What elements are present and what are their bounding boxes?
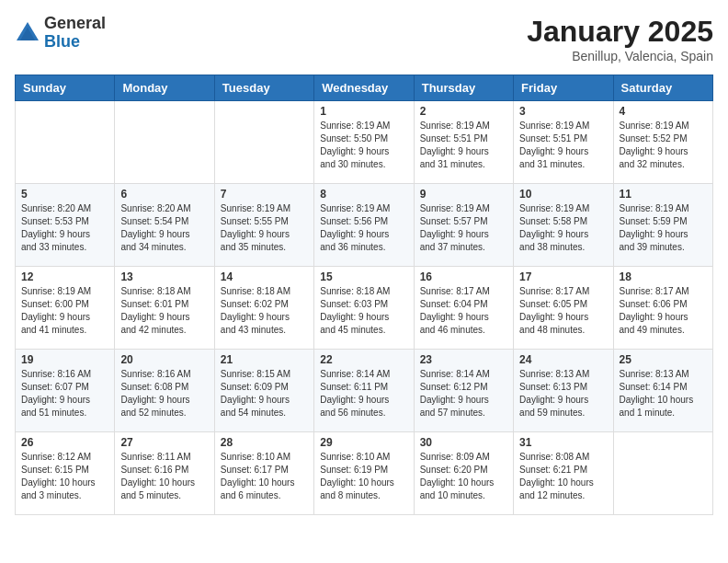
day-number: 18 bbox=[620, 270, 707, 283]
day-info: Sunrise: 8:16 AM Sunset: 6:07 PM Dayligh… bbox=[21, 368, 108, 419]
calendar-cell: 25Sunrise: 8:13 AM Sunset: 6:14 PM Dayli… bbox=[613, 350, 712, 432]
calendar-cell: 31Sunrise: 8:08 AM Sunset: 6:21 PM Dayli… bbox=[514, 432, 613, 515]
day-info: Sunrise: 8:20 AM Sunset: 5:53 PM Dayligh… bbox=[21, 202, 108, 254]
calendar-cell bbox=[115, 101, 214, 184]
day-info: Sunrise: 8:17 AM Sunset: 6:04 PM Dayligh… bbox=[420, 285, 507, 337]
calendar-cell: 18Sunrise: 8:17 AM Sunset: 6:06 PM Dayli… bbox=[613, 267, 712, 350]
calendar-cell: 29Sunrise: 8:10 AM Sunset: 6:19 PM Dayli… bbox=[314, 432, 414, 515]
calendar-cell: 30Sunrise: 8:09 AM Sunset: 6:20 PM Dayli… bbox=[414, 432, 513, 515]
calendar-week-row: 5Sunrise: 8:20 AM Sunset: 5:53 PM Daylig… bbox=[16, 184, 713, 267]
calendar-cell: 7Sunrise: 8:19 AM Sunset: 5:55 PM Daylig… bbox=[214, 184, 313, 267]
day-info: Sunrise: 8:19 AM Sunset: 5:52 PM Dayligh… bbox=[620, 120, 707, 171]
day-info: Sunrise: 8:19 AM Sunset: 5:55 PM Dayligh… bbox=[221, 202, 308, 254]
logo-general: General bbox=[44, 15, 106, 33]
day-info: Sunrise: 8:19 AM Sunset: 5:58 PM Dayligh… bbox=[519, 202, 607, 254]
calendar-cell: 21Sunrise: 8:15 AM Sunset: 6:09 PM Dayli… bbox=[214, 350, 313, 432]
calendar-cell: 24Sunrise: 8:13 AM Sunset: 6:13 PM Dayli… bbox=[514, 350, 613, 432]
day-number: 21 bbox=[221, 353, 308, 366]
weekday-header: Sunday bbox=[16, 75, 115, 101]
calendar-cell bbox=[214, 101, 313, 184]
day-info: Sunrise: 8:19 AM Sunset: 6:00 PM Dayligh… bbox=[21, 285, 108, 337]
day-info: Sunrise: 8:18 AM Sunset: 6:01 PM Dayligh… bbox=[120, 285, 208, 337]
day-info: Sunrise: 8:20 AM Sunset: 5:54 PM Dayligh… bbox=[120, 202, 208, 254]
day-number: 16 bbox=[420, 270, 507, 283]
day-number: 24 bbox=[519, 353, 607, 366]
day-number: 19 bbox=[21, 353, 108, 366]
calendar-cell: 27Sunrise: 8:11 AM Sunset: 6:16 PM Dayli… bbox=[115, 432, 214, 515]
day-number: 31 bbox=[519, 436, 607, 449]
day-number: 1 bbox=[320, 105, 407, 118]
day-number: 20 bbox=[120, 353, 208, 366]
calendar-cell: 16Sunrise: 8:17 AM Sunset: 6:04 PM Dayli… bbox=[414, 267, 513, 350]
day-info: Sunrise: 8:14 AM Sunset: 6:12 PM Dayligh… bbox=[420, 368, 507, 419]
day-info: Sunrise: 8:16 AM Sunset: 6:08 PM Dayligh… bbox=[120, 368, 208, 419]
day-number: 5 bbox=[21, 188, 108, 201]
calendar-cell: 14Sunrise: 8:18 AM Sunset: 6:02 PM Dayli… bbox=[214, 267, 313, 350]
calendar-cell: 13Sunrise: 8:18 AM Sunset: 6:01 PM Dayli… bbox=[115, 267, 214, 350]
calendar-table: SundayMondayTuesdayWednesdayThursdayFrid… bbox=[15, 75, 713, 515]
day-number: 15 bbox=[320, 270, 407, 283]
page-header: General Blue January 2025 Benillup, Vale… bbox=[15, 15, 713, 63]
weekday-header: Tuesday bbox=[214, 75, 313, 101]
day-info: Sunrise: 8:09 AM Sunset: 6:20 PM Dayligh… bbox=[420, 451, 507, 502]
day-info: Sunrise: 8:19 AM Sunset: 5:56 PM Dayligh… bbox=[320, 202, 407, 254]
day-number: 23 bbox=[420, 353, 507, 366]
day-info: Sunrise: 8:12 AM Sunset: 6:15 PM Dayligh… bbox=[21, 451, 108, 502]
day-number: 22 bbox=[320, 353, 407, 366]
calendar-cell bbox=[16, 101, 115, 184]
day-number: 6 bbox=[120, 188, 208, 201]
calendar-cell bbox=[613, 432, 712, 515]
calendar-cell: 10Sunrise: 8:19 AM Sunset: 5:58 PM Dayli… bbox=[514, 184, 613, 267]
calendar-cell: 22Sunrise: 8:14 AM Sunset: 6:11 PM Dayli… bbox=[314, 350, 414, 432]
day-info: Sunrise: 8:18 AM Sunset: 6:03 PM Dayligh… bbox=[320, 285, 407, 337]
weekday-header: Wednesday bbox=[314, 75, 414, 101]
day-number: 7 bbox=[221, 188, 308, 201]
day-info: Sunrise: 8:17 AM Sunset: 6:06 PM Dayligh… bbox=[620, 285, 707, 337]
day-number: 26 bbox=[21, 436, 108, 449]
day-info: Sunrise: 8:19 AM Sunset: 5:57 PM Dayligh… bbox=[420, 202, 507, 254]
calendar-cell: 26Sunrise: 8:12 AM Sunset: 6:15 PM Dayli… bbox=[16, 432, 115, 515]
location: Benillup, Valencia, Spain bbox=[527, 49, 713, 63]
day-info: Sunrise: 8:11 AM Sunset: 6:16 PM Dayligh… bbox=[120, 451, 208, 502]
day-info: Sunrise: 8:15 AM Sunset: 6:09 PM Dayligh… bbox=[221, 368, 308, 419]
day-number: 9 bbox=[420, 188, 507, 201]
logo-text: General Blue bbox=[44, 15, 106, 52]
day-number: 14 bbox=[221, 270, 308, 283]
calendar-cell: 23Sunrise: 8:14 AM Sunset: 6:12 PM Dayli… bbox=[414, 350, 513, 432]
day-number: 10 bbox=[519, 188, 607, 201]
calendar-cell: 28Sunrise: 8:10 AM Sunset: 6:17 PM Dayli… bbox=[214, 432, 313, 515]
calendar-cell: 20Sunrise: 8:16 AM Sunset: 6:08 PM Dayli… bbox=[115, 350, 214, 432]
day-info: Sunrise: 8:17 AM Sunset: 6:05 PM Dayligh… bbox=[519, 285, 607, 337]
title-block: January 2025 Benillup, Valencia, Spain bbox=[527, 15, 713, 63]
day-number: 2 bbox=[420, 105, 507, 118]
calendar-week-row: 19Sunrise: 8:16 AM Sunset: 6:07 PM Dayli… bbox=[16, 350, 713, 432]
day-info: Sunrise: 8:13 AM Sunset: 6:14 PM Dayligh… bbox=[620, 368, 707, 419]
calendar-cell: 3Sunrise: 8:19 AM Sunset: 5:51 PM Daylig… bbox=[514, 101, 613, 184]
day-number: 30 bbox=[420, 436, 507, 449]
calendar-cell: 5Sunrise: 8:20 AM Sunset: 5:53 PM Daylig… bbox=[16, 184, 115, 267]
day-info: Sunrise: 8:14 AM Sunset: 6:11 PM Dayligh… bbox=[320, 368, 407, 419]
weekday-header: Thursday bbox=[414, 75, 513, 101]
logo-blue: Blue bbox=[44, 33, 106, 52]
logo: General Blue bbox=[15, 15, 106, 52]
day-number: 25 bbox=[620, 353, 707, 366]
weekday-header-row: SundayMondayTuesdayWednesdayThursdayFrid… bbox=[16, 75, 713, 101]
weekday-header: Monday bbox=[115, 75, 214, 101]
logo-icon bbox=[15, 20, 40, 46]
calendar-cell: 4Sunrise: 8:19 AM Sunset: 5:52 PM Daylig… bbox=[613, 101, 712, 184]
day-number: 12 bbox=[21, 270, 108, 283]
calendar-cell: 17Sunrise: 8:17 AM Sunset: 6:05 PM Dayli… bbox=[514, 267, 613, 350]
day-info: Sunrise: 8:18 AM Sunset: 6:02 PM Dayligh… bbox=[221, 285, 308, 337]
calendar-cell: 15Sunrise: 8:18 AM Sunset: 6:03 PM Dayli… bbox=[314, 267, 414, 350]
day-number: 27 bbox=[120, 436, 208, 449]
month-year: January 2025 bbox=[527, 15, 713, 49]
day-info: Sunrise: 8:19 AM Sunset: 5:51 PM Dayligh… bbox=[519, 120, 607, 171]
calendar-cell: 6Sunrise: 8:20 AM Sunset: 5:54 PM Daylig… bbox=[115, 184, 214, 267]
day-number: 11 bbox=[620, 188, 707, 201]
calendar-week-row: 12Sunrise: 8:19 AM Sunset: 6:00 PM Dayli… bbox=[16, 267, 713, 350]
calendar-cell: 8Sunrise: 8:19 AM Sunset: 5:56 PM Daylig… bbox=[314, 184, 414, 267]
calendar-cell: 2Sunrise: 8:19 AM Sunset: 5:51 PM Daylig… bbox=[414, 101, 513, 184]
weekday-header: Saturday bbox=[613, 75, 712, 101]
day-info: Sunrise: 8:19 AM Sunset: 5:51 PM Dayligh… bbox=[420, 120, 507, 171]
calendar-week-row: 26Sunrise: 8:12 AM Sunset: 6:15 PM Dayli… bbox=[16, 432, 713, 515]
